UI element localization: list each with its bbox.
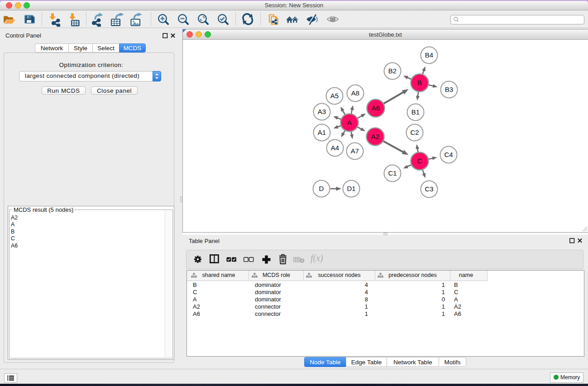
svg-text:A2: A2 bbox=[371, 133, 379, 140]
svg-text:A: A bbox=[347, 119, 352, 126]
svg-text:B1: B1 bbox=[411, 108, 420, 116]
svg-text:A8: A8 bbox=[351, 89, 359, 97]
svg-text:A4: A4 bbox=[331, 144, 339, 152]
svg-text:C3: C3 bbox=[425, 185, 433, 193]
svg-text:D1: D1 bbox=[347, 185, 355, 192]
svg-text:A1: A1 bbox=[318, 129, 326, 136]
svg-text:A6: A6 bbox=[372, 104, 380, 112]
svg-text:C1: C1 bbox=[388, 169, 397, 177]
svg-text:D: D bbox=[319, 185, 324, 192]
svg-text:B3: B3 bbox=[445, 86, 453, 93]
svg-text:A3: A3 bbox=[318, 108, 326, 115]
svg-text:B4: B4 bbox=[425, 51, 433, 59]
svg-text:A7: A7 bbox=[351, 147, 359, 155]
svg-text:B: B bbox=[417, 79, 422, 86]
svg-text:B2: B2 bbox=[388, 67, 397, 75]
svg-text:A5: A5 bbox=[330, 92, 339, 100]
svg-text:C: C bbox=[417, 157, 422, 165]
svg-text:C4: C4 bbox=[444, 151, 453, 158]
svg-text:C2: C2 bbox=[410, 129, 419, 136]
